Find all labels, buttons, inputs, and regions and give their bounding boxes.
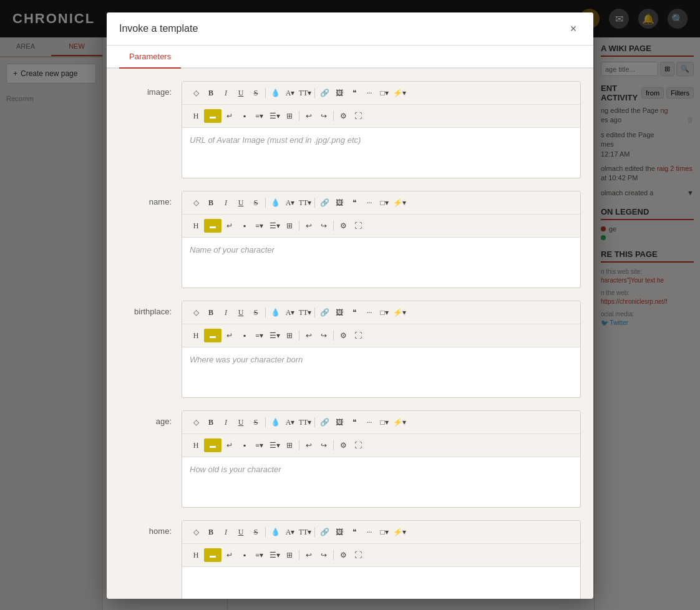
tb-bold[interactable]: B: [204, 86, 218, 100]
tb-underline[interactable]: U: [234, 86, 248, 100]
tb-heading[interactable]: H: [189, 109, 203, 123]
tb-redo-n[interactable]: ↪: [317, 219, 331, 233]
tb-undo-bp[interactable]: ↩: [302, 329, 316, 342]
tb-eraser-bp[interactable]: ◇: [189, 306, 203, 319]
tb-color-n[interactable]: 💧: [268, 196, 282, 210]
tb-undo-age[interactable]: ↩: [302, 438, 316, 452]
tb-strike-home[interactable]: S: [249, 525, 263, 539]
tb-settings-age[interactable]: ⚙: [336, 438, 350, 452]
tb-lightning-bp[interactable]: ⚡▾: [392, 306, 406, 319]
tb-strike-age[interactable]: S: [249, 415, 263, 429]
tb-image-bp[interactable]: 🖼: [333, 306, 346, 319]
tb-eraser-age[interactable]: ◇: [189, 415, 203, 429]
tb-fullscreen-age[interactable]: ⛶: [351, 438, 365, 452]
modal-close-button[interactable]: ×: [566, 21, 581, 36]
param-birthplace-area[interactable]: Where was your character born: [182, 347, 580, 397]
tb-lightning-n[interactable]: ⚡▾: [392, 196, 406, 210]
tb-list[interactable]: ☰▾: [268, 109, 281, 123]
tb-newline-age[interactable]: ↵: [223, 438, 236, 452]
tb-heading-bp[interactable]: H: [189, 329, 203, 342]
tb-table-n[interactable]: ⊞: [283, 219, 296, 233]
tb-color[interactable]: 💧: [268, 86, 282, 100]
tb-yellow[interactable]: ▬: [204, 109, 221, 123]
param-age-area[interactable]: How old is your character: [182, 457, 580, 507]
tb-underline-bp[interactable]: U: [234, 306, 248, 319]
tb-list-n[interactable]: ☰▾: [268, 219, 281, 233]
tb-heading-n[interactable]: H: [189, 219, 203, 233]
tb-yellow-n[interactable]: ▬: [204, 219, 221, 233]
tb-more-n[interactable]: ···: [362, 196, 376, 210]
tb-box[interactable]: □▾: [377, 86, 391, 100]
tb-redo-age[interactable]: ↪: [317, 438, 331, 452]
tb-eraser-home[interactable]: ◇: [189, 525, 203, 539]
tb-color-age[interactable]: 💧: [268, 415, 282, 429]
tb-font-a-home[interactable]: A▾: [283, 525, 297, 539]
tb-box-bp[interactable]: □▾: [377, 306, 391, 319]
tb-heading-age[interactable]: H: [189, 438, 203, 452]
tb-strike-n[interactable]: S: [249, 196, 263, 210]
tb-bullet[interactable]: ▪: [238, 109, 251, 123]
tb-quote[interactable]: ❝: [348, 86, 361, 100]
tb-newline[interactable]: ↵: [223, 109, 236, 123]
tb-newline-n[interactable]: ↵: [223, 219, 236, 233]
param-name-area[interactable]: Name of your character: [182, 238, 580, 288]
tb-box-n[interactable]: □▾: [377, 196, 391, 210]
tb-table-age[interactable]: ⊞: [283, 438, 296, 452]
tb-image[interactable]: 🖼: [333, 86, 346, 100]
tb-eraser-n[interactable]: ◇: [189, 196, 203, 210]
tb-list-home[interactable]: ☰▾: [268, 548, 281, 562]
tb-bold-n[interactable]: B: [204, 196, 218, 210]
tb-italic-bp[interactable]: I: [219, 306, 233, 319]
tb-list-bp[interactable]: ☰▾: [268, 329, 281, 342]
tb-link-n[interactable]: 🔗: [318, 196, 331, 210]
tb-quote-home[interactable]: ❝: [348, 525, 361, 539]
tb-quote-bp[interactable]: ❝: [348, 306, 361, 319]
tb-lightning-home[interactable]: ⚡▾: [392, 525, 406, 539]
tb-link[interactable]: 🔗: [318, 86, 331, 100]
tb-underline-age[interactable]: U: [234, 415, 248, 429]
modal-tab-parameters[interactable]: Parameters: [119, 46, 181, 69]
tb-undo-n[interactable]: ↩: [302, 219, 316, 233]
param-home-area[interactable]: [182, 567, 580, 599]
modal-body[interactable]: image: ◇ B I U S 💧 A▾ TT▾: [107, 69, 593, 599]
tb-italic[interactable]: I: [219, 86, 233, 100]
tb-newline-home[interactable]: ↵: [223, 548, 236, 562]
tb-settings-home[interactable]: ⚙: [336, 548, 350, 562]
tb-settings-n[interactable]: ⚙: [336, 219, 350, 233]
tb-quote-n[interactable]: ❝: [348, 196, 361, 210]
tb-bullet-home[interactable]: ▪: [238, 548, 251, 562]
param-image-area[interactable]: URL of Avatar Image (must end in .jpg/.p…: [182, 128, 580, 178]
tb-strike-bp[interactable]: S: [249, 306, 263, 319]
tb-link-bp[interactable]: 🔗: [318, 306, 331, 319]
tb-strike[interactable]: S: [249, 86, 263, 100]
tb-undo-home[interactable]: ↩: [302, 548, 316, 562]
tb-table-home[interactable]: ⊞: [283, 548, 296, 562]
tb-font-size-age[interactable]: TT▾: [298, 415, 312, 429]
tb-align-age[interactable]: ≡▾: [253, 438, 266, 452]
tb-redo-bp[interactable]: ↪: [317, 329, 331, 342]
tb-lightning-age[interactable]: ⚡▾: [392, 415, 406, 429]
tb-table[interactable]: ⊞: [283, 109, 296, 123]
tb-yellow-bp[interactable]: ▬: [204, 329, 221, 342]
tb-settings[interactable]: ⚙: [336, 109, 350, 123]
tb-more-home[interactable]: ···: [362, 525, 376, 539]
tb-color-bp[interactable]: 💧: [268, 306, 282, 319]
tb-quote-age[interactable]: ❝: [348, 415, 361, 429]
tb-bullet-bp[interactable]: ▪: [238, 329, 251, 342]
tb-font-a[interactable]: A▾: [283, 86, 297, 100]
tb-more[interactable]: ···: [362, 86, 376, 100]
tb-list-age[interactable]: ☰▾: [268, 438, 281, 452]
tb-settings-bp[interactable]: ⚙: [336, 329, 350, 342]
tb-color-home[interactable]: 💧: [268, 525, 282, 539]
tb-fullscreen[interactable]: ⛶: [351, 109, 365, 123]
tb-table-bp[interactable]: ⊞: [283, 329, 296, 342]
tb-italic-age[interactable]: I: [219, 415, 233, 429]
tb-image-home[interactable]: 🖼: [333, 525, 346, 539]
tb-bullet-n[interactable]: ▪: [238, 219, 251, 233]
tb-fullscreen-bp[interactable]: ⛶: [351, 329, 365, 342]
tb-font-a-age[interactable]: A▾: [283, 415, 297, 429]
tb-align-home[interactable]: ≡▾: [253, 548, 266, 562]
tb-yellow-home[interactable]: ▬: [204, 548, 221, 562]
tb-link-home[interactable]: 🔗: [318, 525, 331, 539]
tb-lightning[interactable]: ⚡▾: [392, 86, 406, 100]
